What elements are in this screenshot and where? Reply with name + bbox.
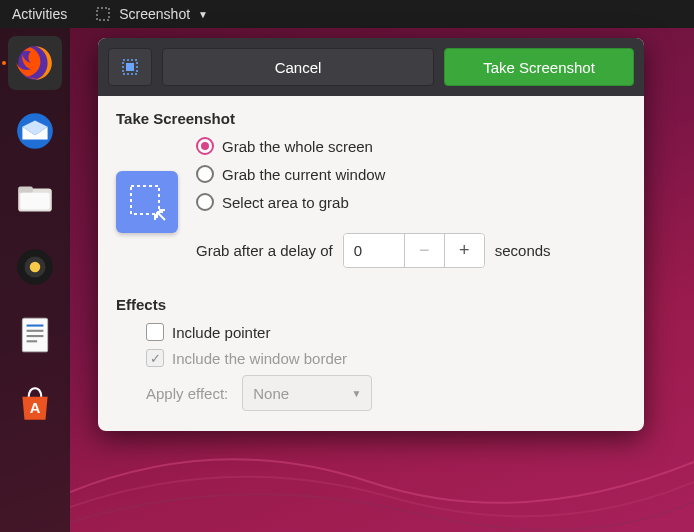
selection-icon <box>121 58 139 76</box>
firefox-icon <box>14 42 56 84</box>
document-icon <box>14 314 56 356</box>
apply-effect-label: Apply effect: <box>146 385 228 402</box>
capture-preview-icon <box>116 171 178 233</box>
svg-text:A: A <box>30 401 41 417</box>
radio-select-area[interactable]: Select area to grab <box>196 193 551 211</box>
svg-rect-13 <box>27 340 37 342</box>
screenshot-dialog: Cancel Take Screenshot Take Screenshot G… <box>98 38 644 431</box>
checkbox-icon <box>146 323 164 341</box>
svg-rect-11 <box>27 330 44 332</box>
svg-rect-4 <box>18 186 33 192</box>
area-select-icon <box>127 182 167 222</box>
screenshot-icon <box>95 6 111 22</box>
dock-rhythmbox[interactable] <box>8 240 62 294</box>
dock-software[interactable]: A <box>8 376 62 430</box>
delay-input[interactable] <box>344 234 404 267</box>
top-bar: Activities Screenshot ▼ <box>0 0 694 28</box>
cancel-button[interactable]: Cancel <box>162 48 434 86</box>
section-title-capture: Take Screenshot <box>116 110 626 127</box>
delay-suffix: seconds <box>495 242 551 259</box>
svg-rect-10 <box>27 325 44 327</box>
delay-prefix: Grab after a delay of <box>196 242 333 259</box>
radio-icon <box>196 165 214 183</box>
apply-effect-row: Apply effect: None ▼ <box>146 375 626 411</box>
check-label: Include pointer <box>172 324 270 341</box>
radio-icon <box>196 137 214 155</box>
effects-section: Effects Include pointer Include the wind… <box>116 296 626 411</box>
dock-writer[interactable] <box>8 308 62 362</box>
shopping-bag-icon: A <box>14 382 56 424</box>
delay-increment[interactable]: + <box>444 234 484 267</box>
svg-rect-5 <box>20 193 49 210</box>
speaker-icon <box>14 246 56 288</box>
folder-icon <box>14 178 56 220</box>
svg-rect-12 <box>27 335 44 337</box>
radio-current-window[interactable]: Grab the current window <box>196 165 551 183</box>
delay-spinbutton: − + <box>343 233 485 268</box>
delay-row: Grab after a delay of − + seconds <box>196 233 551 268</box>
activities-button[interactable]: Activities <box>12 6 67 22</box>
check-label: Include the window border <box>172 350 347 367</box>
radio-label: Grab the whole screen <box>222 138 373 155</box>
radio-label: Select area to grab <box>222 194 349 211</box>
chevron-down-icon: ▼ <box>198 9 208 20</box>
checkbox-icon <box>146 349 164 367</box>
svg-rect-0 <box>97 8 109 20</box>
check-include-pointer[interactable]: Include pointer <box>146 323 626 341</box>
dock-thunderbird[interactable] <box>8 104 62 158</box>
check-include-border: Include the window border <box>146 349 626 367</box>
dock-files[interactable] <box>8 172 62 226</box>
dialog-body: Take Screenshot Grab the whole screen Gr… <box>98 96 644 431</box>
combo-value: None <box>253 385 289 402</box>
dock-firefox[interactable] <box>8 36 62 90</box>
delay-decrement: − <box>404 234 444 267</box>
chevron-down-icon: ▼ <box>351 388 361 399</box>
thunderbird-icon <box>14 110 56 152</box>
app-menu[interactable]: Screenshot ▼ <box>95 6 208 22</box>
section-title-effects: Effects <box>116 296 626 313</box>
radio-label: Grab the current window <box>222 166 385 183</box>
dialog-header: Cancel Take Screenshot <box>98 38 644 96</box>
take-screenshot-button[interactable]: Take Screenshot <box>444 48 634 86</box>
app-menu-label: Screenshot <box>119 6 190 22</box>
svg-point-8 <box>30 262 41 273</box>
svg-rect-17 <box>131 186 159 214</box>
svg-rect-16 <box>126 63 134 71</box>
radio-whole-screen[interactable]: Grab the whole screen <box>196 137 551 155</box>
radio-icon <box>196 193 214 211</box>
capture-options: Grab the whole screen Grab the current w… <box>196 137 551 268</box>
screenshot-mode-button[interactable] <box>108 48 152 86</box>
dock: A <box>0 28 70 532</box>
apply-effect-combo: None ▼ <box>242 375 372 411</box>
